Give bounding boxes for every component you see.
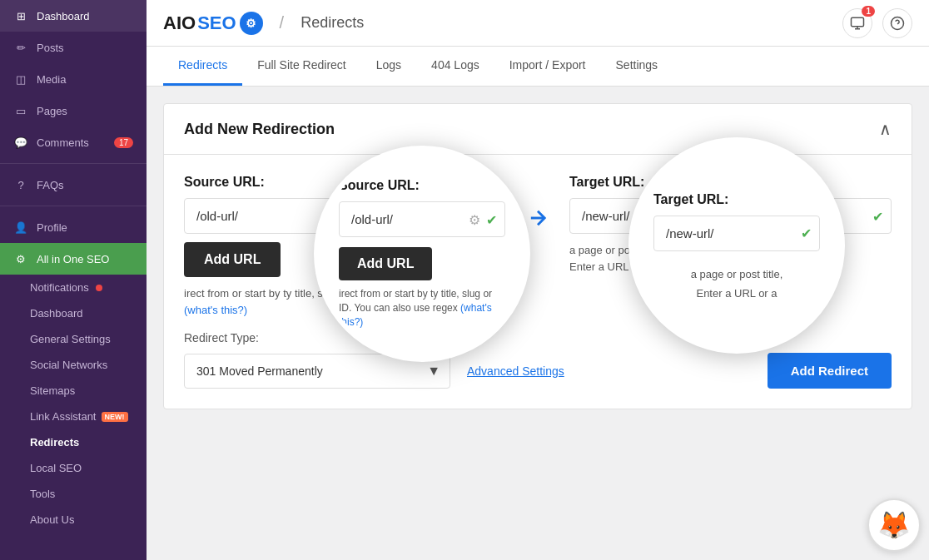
sidebar-label-dashboard: Dashboard bbox=[37, 10, 90, 22]
logo: AIOSEO ⚙ bbox=[163, 12, 263, 35]
sidebar-item-comments[interactable]: 💬 Comments 17 bbox=[0, 126, 147, 158]
sidebar: ⊞ Dashboard ✏ Posts ◫ Media ▭ Pages 💬 Co… bbox=[0, 0, 147, 560]
mag-target-input[interactable] bbox=[653, 216, 820, 251]
notifications-dot bbox=[96, 285, 102, 291]
tab-full-site-redirect[interactable]: Full Site Redirect bbox=[242, 47, 361, 86]
sidebar-label-faqs: FAQs bbox=[37, 179, 64, 191]
sidebar-item-aioseo[interactable]: ⚙ All in One SEO bbox=[0, 243, 147, 275]
pages-icon: ▭ bbox=[13, 103, 28, 118]
add-url-btn[interactable]: Add URL bbox=[184, 242, 281, 277]
comments-badge: 17 bbox=[114, 137, 133, 148]
sidebar-label-comments: Comments bbox=[37, 136, 89, 149]
add-redirect-button[interactable]: Add Redirect bbox=[768, 353, 892, 389]
whats-this-link-2[interactable]: (what's this?) bbox=[184, 304, 247, 316]
logo-seo: SEO bbox=[197, 12, 236, 34]
sidebar-label-pages: Pages bbox=[37, 105, 67, 117]
magnifier-right: Target URL: ✔ a page or post title, Ente… bbox=[628, 137, 845, 354]
topbar-right: 1 bbox=[842, 8, 912, 38]
tab-logs[interactable]: Logs bbox=[361, 47, 416, 86]
tab-404-logs[interactable]: 404 Logs bbox=[416, 47, 494, 86]
topbar-title: Redirects bbox=[301, 14, 364, 32]
mag-check-icon: ✔ bbox=[486, 211, 497, 227]
topbar-separator: / bbox=[280, 13, 285, 32]
sub-label-about-us: About Us bbox=[30, 513, 74, 526]
sidebar-item-profile[interactable]: 👤 Profile bbox=[0, 211, 147, 243]
sidebar-item-posts[interactable]: ✏ Posts bbox=[0, 32, 147, 63]
source-hint: irect from or start by ty title, slug or… bbox=[339, 287, 505, 329]
arrow-between bbox=[526, 175, 549, 230]
sidebar-divider-1 bbox=[0, 163, 147, 164]
sidebar-sub-redirects[interactable]: Redirects bbox=[0, 429, 147, 455]
sidebar-label-profile: Profile bbox=[37, 221, 67, 234]
new-badge: NEW! bbox=[102, 412, 128, 422]
media-icon: ◫ bbox=[13, 72, 28, 87]
mag-target-input-wrapper: ✔ bbox=[653, 216, 820, 251]
advanced-settings-link[interactable]: Advanced Settings bbox=[467, 364, 564, 378]
sidebar-sub-social-networks[interactable]: Social Networks bbox=[0, 352, 147, 378]
content-area: Add New Redirection ∧ Source URL: ✔ ⚙ Ad… bbox=[147, 87, 929, 560]
sub-label-sitemaps: Sitemaps bbox=[30, 384, 75, 397]
tab-settings[interactable]: Settings bbox=[601, 47, 673, 86]
fox-mascot[interactable]: 🦊 bbox=[867, 498, 921, 552]
posts-icon: ✏ bbox=[13, 40, 28, 55]
sub-label-local-seo: Local SEO bbox=[30, 462, 82, 474]
whats-this-link[interactable]: (what's this?) bbox=[339, 302, 492, 328]
mag-source-input-wrapper: ✔ ⚙ bbox=[339, 201, 505, 237]
mag-target-label: Target URL: bbox=[653, 192, 728, 207]
sub-label-seo-dashboard: Dashboard bbox=[30, 307, 83, 320]
sidebar-item-faqs[interactable]: ? FAQs bbox=[0, 169, 147, 201]
main-content: AIOSEO ⚙ / Redirects 1 Redirects Full Si… bbox=[147, 0, 929, 560]
redirect-type-row: 301 Moved Permanently 302 Found 307 Temp… bbox=[184, 353, 892, 389]
sidebar-sub-link-assistant[interactable]: Link Assistant NEW! bbox=[0, 404, 147, 429]
target-hint-2: Enter a URL or a bbox=[696, 287, 777, 300]
collapse-button[interactable]: ∧ bbox=[879, 119, 892, 139]
sidebar-sub-local-seo[interactable]: Local SEO bbox=[0, 455, 147, 481]
svg-rect-0 bbox=[852, 17, 864, 27]
sidebar-sub-about-us[interactable]: About Us bbox=[0, 507, 147, 533]
sidebar-item-media[interactable]: ◫ Media bbox=[0, 63, 147, 95]
logo-icon: ⚙ bbox=[240, 12, 263, 35]
magnifier-left: Source URL: ✔ ⚙ Add URL irect from or st… bbox=[314, 146, 530, 362]
topbar: AIOSEO ⚙ / Redirects 1 bbox=[147, 0, 929, 47]
sidebar-label-posts: Posts bbox=[37, 42, 64, 54]
sidebar-label-media: Media bbox=[37, 73, 66, 86]
dashboard-icon: ⊞ bbox=[13, 8, 28, 23]
sub-label-redirects: Redirects bbox=[30, 436, 79, 448]
target-hint-1: a page or post title, bbox=[691, 268, 783, 280]
add-redirection-card: Add New Redirection ∧ Source URL: ✔ ⚙ Ad… bbox=[163, 103, 912, 409]
notif-badge: 1 bbox=[862, 6, 875, 17]
sub-label-tools: Tools bbox=[30, 488, 55, 500]
faqs-icon: ? bbox=[13, 177, 28, 192]
mag-gear-icon: ⚙ bbox=[469, 211, 480, 227]
sidebar-sub-general-settings[interactable]: General Settings bbox=[0, 326, 147, 352]
tab-redirects[interactable]: Redirects bbox=[163, 47, 242, 86]
sidebar-item-dashboard[interactable]: ⊞ Dashboard bbox=[0, 0, 147, 32]
card-header: Add New Redirection ∧ bbox=[164, 104, 912, 155]
sub-label-social-networks: Social Networks bbox=[30, 359, 107, 371]
card-body: Source URL: ✔ ⚙ Add URL irect from or st… bbox=[164, 155, 912, 409]
sidebar-sub-tools[interactable]: Tools bbox=[0, 481, 147, 507]
sidebar-sub-notifications[interactable]: Notifications bbox=[0, 275, 147, 300]
mag-target-check-icon: ✔ bbox=[801, 225, 812, 241]
aioseo-icon: ⚙ bbox=[13, 251, 28, 266]
sidebar-item-pages[interactable]: ▭ Pages bbox=[0, 95, 147, 126]
add-url-button[interactable]: Add URL bbox=[339, 247, 432, 280]
sidebar-divider-2 bbox=[0, 206, 147, 206]
mag-source-input[interactable] bbox=[339, 201, 505, 237]
tab-import-export[interactable]: Import / Export bbox=[494, 47, 601, 86]
target-check-icon: ✔ bbox=[872, 208, 883, 224]
sidebar-sub-dashboard[interactable]: Dashboard bbox=[0, 300, 147, 326]
screen-icon-btn[interactable]: 1 bbox=[842, 8, 872, 38]
profile-icon: 👤 bbox=[13, 220, 28, 235]
help-icon-btn[interactable] bbox=[882, 8, 912, 38]
sub-label-notifications: Notifications bbox=[30, 281, 89, 294]
tabs-bar: Redirects Full Site Redirect Logs 404 Lo… bbox=[147, 47, 929, 87]
mag-source-label: Source URL: bbox=[339, 178, 420, 193]
logo-aio: AIO bbox=[163, 12, 196, 34]
card-title: Add New Redirection bbox=[184, 121, 335, 138]
sub-label-link-assistant: Link Assistant bbox=[30, 410, 97, 423]
sub-label-general-settings: General Settings bbox=[30, 333, 111, 345]
sidebar-label-aioseo: All in One SEO bbox=[37, 253, 109, 265]
sidebar-sub-sitemaps[interactable]: Sitemaps bbox=[0, 378, 147, 404]
comments-icon: 💬 bbox=[13, 135, 28, 150]
